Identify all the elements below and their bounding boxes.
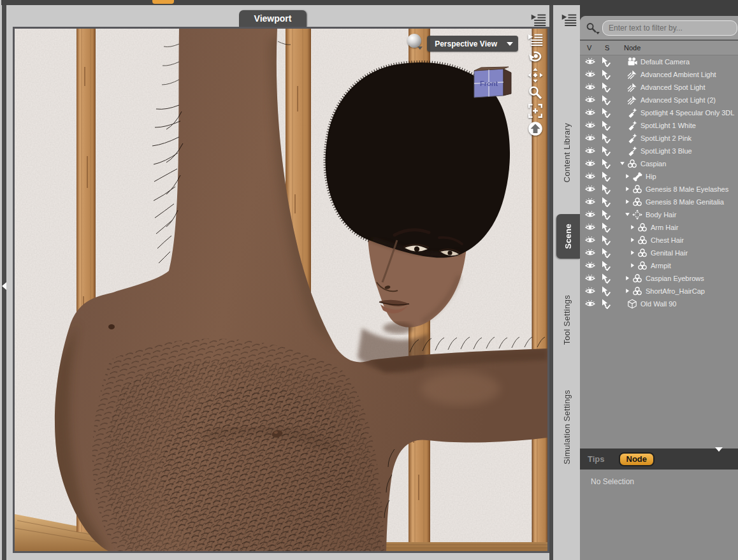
search-options-caret-icon[interactable]	[596, 32, 600, 34]
selectable-cursor-icon[interactable]	[600, 210, 611, 220]
selectable-cursor-icon[interactable]	[600, 69, 611, 80]
selectable-cursor-icon[interactable]	[600, 108, 611, 118]
pan-tool-icon[interactable]	[528, 68, 543, 83]
selectable-cursor-icon[interactable]	[600, 235, 611, 245]
view-selector[interactable]: Perspective View	[427, 36, 518, 52]
visibility-eye-icon[interactable]	[585, 299, 595, 309]
visibility-eye-icon[interactable]	[585, 261, 595, 271]
panel-menu-icon[interactable]	[561, 13, 577, 27]
selectable-cursor-icon[interactable]	[600, 248, 611, 258]
visibility-eye-icon[interactable]	[585, 235, 595, 245]
selectable-cursor-icon[interactable]	[600, 171, 611, 182]
visibility-eye-icon[interactable]	[585, 108, 595, 118]
visibility-eye-icon[interactable]	[585, 57, 595, 67]
visibility-eye-icon[interactable]	[585, 159, 595, 169]
tree-row[interactable]: SpotLight 1 White	[580, 119, 738, 132]
view-selector-caret-icon[interactable]	[507, 42, 513, 46]
expand-right-icon[interactable]	[625, 198, 632, 206]
selectable-cursor-icon[interactable]	[600, 82, 611, 92]
column-node[interactable]: Node	[624, 44, 640, 52]
visibility-eye-icon[interactable]	[585, 120, 595, 131]
expand-right-icon[interactable]	[625, 173, 632, 180]
zoom-tool-icon[interactable]	[528, 85, 543, 101]
toolbar-orange-icon[interactable]	[152, 0, 174, 4]
tree-row[interactable]: Genital Hair	[580, 247, 738, 259]
visibility-eye-icon[interactable]	[585, 273, 595, 284]
tree-row[interactable]: Advanced Spot Light	[580, 81, 738, 94]
visibility-eye-icon[interactable]	[585, 69, 595, 80]
expand-right-icon[interactable]	[630, 224, 637, 231]
tree-row[interactable]: Spotlight 4 Specular Only 3DL	[580, 106, 738, 119]
tab-content-library[interactable]: Content Library	[553, 102, 580, 204]
tab-scene[interactable]: Scene	[556, 214, 580, 259]
viewport-menu-icon[interactable]	[528, 32, 543, 47]
expand-right-icon[interactable]	[625, 185, 632, 193]
collapse-left-arrow-icon[interactable]	[2, 282, 6, 290]
visibility-eye-icon[interactable]	[585, 184, 595, 194]
tab-tool-settings[interactable]: Tool Settings	[553, 274, 580, 366]
visibility-eye-icon[interactable]	[585, 146, 595, 156]
expand-right-icon[interactable]	[630, 262, 637, 269]
expand-right-icon[interactable]	[630, 236, 637, 244]
tree-row[interactable]: Old Wall 90	[580, 298, 738, 310]
selectable-cursor-icon[interactable]	[600, 261, 611, 271]
search-icon[interactable]	[586, 22, 597, 34]
expand-right-icon[interactable]	[625, 287, 632, 295]
selectable-cursor-icon[interactable]	[600, 286, 611, 296]
tab-tips[interactable]: Tips	[588, 454, 605, 464]
visibility-eye-icon[interactable]	[585, 133, 595, 143]
selectable-cursor-icon[interactable]	[600, 95, 611, 105]
selectable-cursor-icon[interactable]	[600, 222, 611, 233]
tree-row[interactable]: Armpit	[580, 259, 738, 272]
tree-row[interactable]: Caspian Eyebrows	[580, 272, 738, 285]
tab-node[interactable]: Node	[619, 452, 655, 466]
selectable-cursor-icon[interactable]	[600, 159, 611, 169]
selectable-cursor-icon[interactable]	[600, 146, 611, 156]
visibility-eye-icon[interactable]	[585, 82, 595, 92]
visibility-eye-icon[interactable]	[585, 222, 595, 233]
panel-collapse-caret-icon[interactable]	[715, 447, 723, 452]
expand-down-icon[interactable]	[619, 160, 627, 168]
selectable-cursor-icon[interactable]	[600, 273, 611, 284]
visibility-eye-icon[interactable]	[585, 248, 595, 258]
viewport-tab[interactable]: Viewport	[239, 10, 307, 27]
tree-row[interactable]: Advanced Ambient Light	[580, 68, 738, 81]
orbit-tool-icon[interactable]	[528, 50, 543, 65]
selectable-cursor-icon[interactable]	[600, 197, 611, 207]
expand-down-icon[interactable]	[625, 211, 632, 219]
visibility-eye-icon[interactable]	[585, 171, 595, 182]
selectable-cursor-icon[interactable]	[600, 133, 611, 143]
visibility-eye-icon[interactable]	[585, 197, 595, 207]
tree-row[interactable]: SpotLight 3 Blue	[580, 145, 738, 157]
visibility-eye-icon[interactable]	[585, 210, 595, 220]
tree-row[interactable]: Hip	[580, 170, 738, 183]
view-cube[interactable]: Front	[469, 66, 514, 101]
tree-row[interactable]: Genesis 8 Male Genitalia	[580, 196, 738, 208]
expand-right-icon[interactable]	[625, 275, 632, 282]
selectable-cursor-icon[interactable]	[600, 184, 611, 194]
tree-row[interactable]: Genesis 8 Male Eyelashes	[580, 183, 738, 196]
tree-row[interactable]: Advanced Spot Light (2)	[580, 94, 738, 106]
selectable-cursor-icon[interactable]	[600, 299, 611, 309]
scene-filter-input[interactable]	[602, 20, 737, 36]
tree-row[interactable]: Body Hair	[580, 208, 738, 221]
viewport-pane-menu-icon[interactable]	[531, 13, 546, 27]
frame-tool-icon[interactable]	[528, 103, 543, 118]
visibility-eye-icon[interactable]	[585, 286, 595, 296]
tree-row[interactable]: Caspian	[580, 157, 738, 170]
column-selectability[interactable]: S	[605, 44, 624, 52]
viewport-render[interactable]: Perspective View Front	[15, 29, 547, 551]
tree-row[interactable]: Default Camera	[580, 55, 738, 68]
visibility-eye-icon[interactable]	[585, 95, 595, 105]
tree-row[interactable]: ShortAfro_HairCap	[580, 285, 738, 298]
tree-row[interactable]: SpotLight 2 Pink	[580, 132, 738, 145]
aim-sphere-widget[interactable]	[407, 34, 421, 48]
selectable-cursor-icon[interactable]	[600, 57, 611, 67]
sphere-dropdown-caret-icon[interactable]	[417, 47, 423, 50]
home-tool-icon[interactable]	[528, 121, 543, 136]
column-visibility[interactable]: V	[587, 44, 605, 52]
tree-row[interactable]: Arm Hair	[580, 221, 738, 234]
tree-row[interactable]: Chest Hair	[580, 234, 738, 247]
selectable-cursor-icon[interactable]	[600, 120, 611, 131]
expand-right-icon[interactable]	[630, 249, 637, 257]
